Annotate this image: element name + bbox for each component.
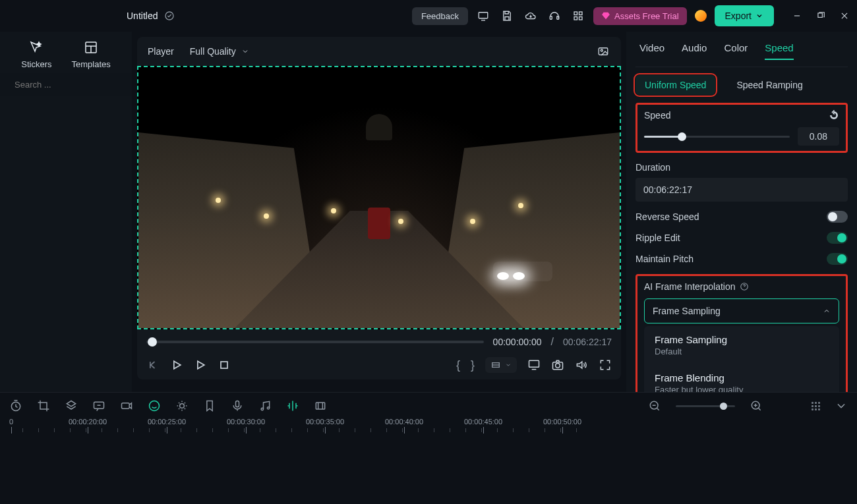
display-icon[interactable] [477,10,489,22]
maximize-icon[interactable] [816,11,825,20]
save-icon[interactable] [501,10,513,22]
current-time: 00:00:00:00 [493,337,542,347]
preview-viewport[interactable] [137,66,621,329]
zoom-out-icon[interactable] [648,399,661,412]
svg-rect-1 [479,13,488,18]
svg-point-22 [150,401,160,411]
svg-rect-6 [574,17,577,20]
stop-icon[interactable] [218,358,231,372]
prev-frame-icon[interactable] [146,358,160,372]
ruler-tick-label: 00:00:35:00 [306,418,344,426]
speed-slider[interactable] [644,136,790,138]
next-frame-icon[interactable] [194,358,207,372]
tab-video[interactable]: Video [639,42,665,60]
trim-icon [490,360,501,370]
speed-label: Speed [644,110,670,121]
cloud-icon[interactable] [525,10,537,22]
option-sub: Default [655,347,829,356]
apps-icon[interactable] [572,10,584,22]
feedback-button[interactable]: Feedback [412,7,468,25]
stickers-label: Stickers [21,59,51,69]
timeline-zoom-slider[interactable] [676,405,735,407]
total-time: 00:06:22:17 [563,337,612,347]
adjust-icon[interactable] [175,399,189,412]
timeline-toolbar [9,399,848,412]
reverse-speed-toggle[interactable] [827,211,848,223]
record-icon[interactable] [120,399,133,412]
bookmark-icon[interactable] [203,399,216,412]
chevron-down-icon [755,12,763,20]
svg-rect-13 [221,362,227,368]
subtab-speed-ramping[interactable]: Speed Ramping [727,75,812,95]
text-bubble-icon[interactable] [92,399,105,412]
player-label: Player [148,46,174,57]
tab-color[interactable]: Color [724,42,748,60]
minimize-icon[interactable] [792,11,802,20]
subtab-uniform-speed[interactable]: Uniform Speed [635,75,715,95]
stopwatch-icon[interactable] [9,399,22,412]
trim-dropdown[interactable] [485,357,517,373]
ruler-tick-label: 0 [9,418,13,426]
tab-stickers[interactable]: Stickers [21,40,51,69]
duration-field[interactable]: 00:06:22:17 [635,178,848,202]
titlebar-icons [477,10,584,22]
speed-highlight-box: Speed 0.08 [635,103,848,153]
reverse-speed-label: Reverse Speed [635,211,699,222]
tab-audio[interactable]: Audio [682,42,707,60]
duration-label: Duration [635,162,670,173]
music-icon[interactable] [258,399,272,412]
option-frame-blending[interactable]: Frame Blending Faster but lower quality [644,364,839,392]
ripple-edit-label: Ripple Edit [635,233,680,243]
option-frame-sampling[interactable]: Frame Sampling Default [644,326,839,364]
templates-icon [83,40,99,55]
picture-icon[interactable] [596,45,610,57]
svg-rect-8 [818,13,822,17]
chevron-down-icon[interactable] [835,399,848,412]
close-icon[interactable] [840,11,849,20]
mic-icon[interactable] [231,399,244,412]
export-button[interactable]: Export [715,5,774,26]
reset-icon[interactable] [829,110,839,121]
play-icon[interactable] [170,358,183,372]
camera-icon[interactable] [551,358,564,372]
timeline-ruler[interactable]: 0 00:00:20:00 00:00:25:00 00:00:30:00 00… [9,418,848,441]
transport-bar: 00:00:00:00 / 00:06:22:17 { } [137,329,621,379]
effects-icon[interactable] [286,399,299,412]
brace-left-icon[interactable]: { [456,358,460,372]
headset-icon[interactable] [548,10,560,22]
mask-icon[interactable] [65,399,78,412]
quality-label: Full Quality [190,46,236,57]
option-sub: Faster but lower quality [655,385,829,392]
zoom-in-icon[interactable] [750,399,763,412]
svg-point-25 [261,408,263,410]
tab-templates[interactable]: Templates [71,40,110,69]
speed-value[interactable]: 0.08 [798,127,839,146]
ruler-tick-label: 00:00:50:00 [543,418,581,426]
ai-interpolation-label: AI Frame Interpolation [644,281,736,292]
playhead-slider[interactable] [146,341,484,343]
drag-grip-icon[interactable] [812,402,820,410]
quality-select[interactable]: Full Quality [183,43,256,59]
smile-icon[interactable] [148,399,161,412]
aspect-icon[interactable] [314,399,327,412]
assets-trial-button[interactable]: Assets Free Trial [593,7,687,25]
diamond-icon [601,11,610,20]
templates-label: Templates [71,59,110,69]
search-row: ••• [0,73,132,96]
help-icon[interactable] [740,282,749,291]
ripple-edit-toggle[interactable] [827,232,848,244]
theme-icon[interactable] [695,10,707,22]
cast-icon[interactable] [527,358,541,372]
tab-speed[interactable]: Speed [765,42,793,60]
maintain-pitch-toggle[interactable] [827,253,848,265]
search-input[interactable] [15,80,125,90]
svg-point-17 [556,364,560,368]
crop-icon[interactable] [37,399,50,412]
fullscreen-icon[interactable] [599,358,612,372]
brace-right-icon[interactable]: } [471,358,475,372]
star-cursor-icon [28,40,44,55]
time-separator: / [551,336,554,348]
volume-icon[interactable] [575,358,588,372]
timeline-panel: 0 00:00:20:00 00:00:25:00 00:00:30:00 00… [0,392,857,504]
interpolation-select[interactable]: Frame Sampling [644,298,839,323]
